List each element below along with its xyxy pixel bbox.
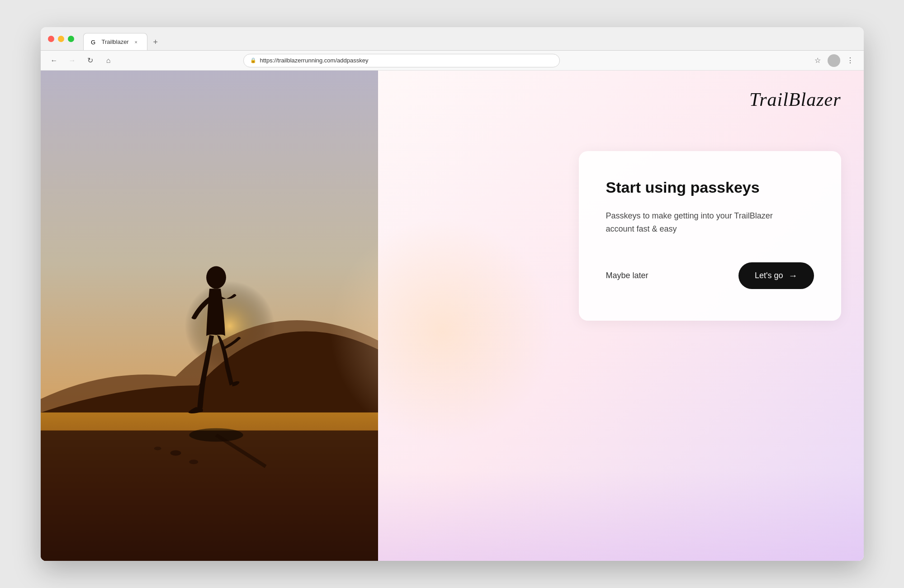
svg-point-7 xyxy=(170,450,181,455)
lets-go-label: Let's go xyxy=(755,271,783,280)
svg-point-9 xyxy=(154,447,161,450)
profile-avatar[interactable] xyxy=(828,54,840,67)
svg-rect-4 xyxy=(41,431,378,561)
minimize-button[interactable] xyxy=(58,36,64,42)
lock-icon: 🔒 xyxy=(250,57,256,63)
bookmark-button[interactable]: ☆ xyxy=(811,54,824,67)
hero-image-panel xyxy=(41,71,378,561)
home-button[interactable]: ⌂ xyxy=(102,54,115,67)
card-description: Passkeys to make getting into your Trail… xyxy=(606,209,796,236)
svg-point-6 xyxy=(206,266,226,289)
new-tab-button[interactable]: + xyxy=(149,36,162,48)
refresh-button[interactable]: ↻ xyxy=(84,54,97,67)
url-text: https://trailblazerrunning.com/addpasske… xyxy=(260,57,369,64)
lets-go-button[interactable]: Let's go → xyxy=(738,262,814,289)
maximize-button[interactable] xyxy=(68,36,74,42)
runner-scene xyxy=(41,71,378,561)
passkey-card: Start using passkeys Passkeys to make ge… xyxy=(579,151,841,321)
tab-close-button[interactable]: × xyxy=(133,38,140,46)
close-button[interactable] xyxy=(48,36,54,42)
nav-right-controls: ☆ ⋮ xyxy=(811,54,857,67)
title-bar: G Trailblazer × + xyxy=(41,27,864,51)
forward-button[interactable]: → xyxy=(66,54,79,67)
bottom-gradient xyxy=(378,470,864,561)
more-options-button[interactable]: ⋮ xyxy=(844,54,857,67)
page-content: TrailBlazer Start using passkeys Passkey… xyxy=(41,71,864,561)
google-favicon: G xyxy=(91,38,98,46)
card-title: Start using passkeys xyxy=(606,178,814,197)
brand-logo: TrailBlazer xyxy=(749,89,841,110)
svg-point-8 xyxy=(189,460,198,464)
maybe-later-button[interactable]: Maybe later xyxy=(606,271,648,280)
right-panel: TrailBlazer Start using passkeys Passkey… xyxy=(378,71,864,561)
tab-title: Trailblazer xyxy=(102,38,129,45)
tab-bar: G Trailblazer × + xyxy=(83,27,162,50)
svg-text:G: G xyxy=(91,39,95,46)
active-tab[interactable]: G Trailblazer × xyxy=(83,33,147,50)
arrow-icon: → xyxy=(789,270,798,281)
card-actions: Maybe later Let's go → xyxy=(606,262,814,289)
browser-window: G Trailblazer × + ← → ↻ ⌂ 🔒 https://trai… xyxy=(41,27,864,561)
runner-svg xyxy=(41,71,378,561)
traffic-lights xyxy=(48,36,74,42)
nav-bar: ← → ↻ ⌂ 🔒 https://trailblazerrunning.com… xyxy=(41,51,864,71)
back-button[interactable]: ← xyxy=(48,54,61,67)
address-bar[interactable]: 🔒 https://trailblazerrunning.com/addpass… xyxy=(243,54,560,67)
